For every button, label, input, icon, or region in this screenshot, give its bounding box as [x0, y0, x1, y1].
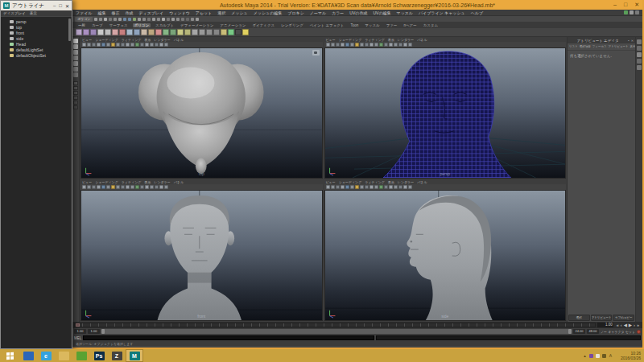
viewport-tool-icon[interactable]: [121, 43, 125, 47]
range-start-field[interactable]: 1.00: [74, 329, 86, 334]
sidebar-toggle-icon[interactable]: [637, 46, 642, 51]
workspace-icon[interactable]: [635, 10, 639, 14]
panel-pin-icon[interactable]: ▪: [628, 39, 629, 43]
menu-item[interactable]: UVの編集: [373, 10, 390, 15]
character-set-selector[interactable]: ノー キャラクタ セット: [601, 330, 635, 334]
shelf-tab[interactable]: ポリゴン: [133, 23, 151, 27]
viewport-tool-icon[interactable]: [164, 185, 168, 189]
viewport-tool-icon[interactable]: [135, 185, 139, 189]
viewport-tool-icon[interactable]: [92, 185, 96, 189]
status-tool-icon[interactable]: [109, 18, 112, 21]
window-control-button[interactable]: □: [59, 3, 62, 8]
layout-button[interactable]: [73, 86, 78, 90]
status-tool-icon[interactable]: [138, 18, 141, 21]
viewport-tool-icon[interactable]: [360, 43, 364, 47]
attribute-editor-menu-item[interactable]: アトリビュート: [609, 45, 629, 48]
viewport-tool-icon[interactable]: [164, 43, 168, 47]
shelf-tool-icon[interactable]: [155, 29, 162, 35]
layout-button[interactable]: [73, 81, 78, 85]
viewport-tool-icon[interactable]: [150, 43, 154, 47]
shelf-tool-icon[interactable]: [206, 29, 213, 35]
status-tool-icon[interactable]: [114, 18, 117, 21]
shelf-tool-icon[interactable]: [163, 29, 169, 35]
viewport-tool-icon[interactable]: [350, 43, 354, 47]
menu-item[interactable]: UVの作成: [349, 10, 367, 15]
outliner-item[interactable]: persp: [1, 19, 72, 24]
playback-button[interactable]: ▶: [629, 323, 632, 328]
menu-item[interactable]: 修正: [111, 10, 119, 15]
viewport-tool-icon[interactable]: [116, 43, 120, 47]
status-tool-icon[interactable]: [186, 18, 189, 21]
range-end-field[interactable]: 48.00: [587, 329, 599, 334]
workspace-icon[interactable]: [624, 10, 628, 14]
status-tool-icon[interactable]: [118, 18, 122, 21]
layout-button[interactable]: [73, 101, 78, 105]
shelf-tool-icon[interactable]: [228, 29, 234, 35]
tool-icon[interactable]: [73, 44, 78, 49]
viewport-tool-icon[interactable]: [341, 185, 345, 189]
menu-item[interactable]: プロキシ: [287, 10, 303, 15]
taskbar-app-maya[interactable]: M: [126, 349, 143, 362]
taskbar-app-desktop[interactable]: [19, 349, 37, 362]
time-slider-track[interactable]: [74, 323, 596, 327]
status-tool-icon[interactable]: [142, 18, 146, 21]
viewport-tool-icon[interactable]: [369, 43, 374, 47]
shelf-tool-icon[interactable]: [221, 29, 227, 35]
viewport-tool-icon[interactable]: [87, 43, 91, 47]
shelf-tab[interactable]: ファー: [385, 23, 399, 27]
menu-item[interactable]: 選択: [217, 10, 225, 15]
viewport-tool-icon[interactable]: [355, 185, 359, 189]
viewport-tool-icon[interactable]: [336, 185, 340, 189]
taskbar-app-zbrush[interactable]: Z: [108, 349, 126, 362]
window-control-button[interactable]: □: [624, 1, 627, 9]
viewport-tool-icon[interactable]: [403, 185, 407, 189]
status-tool-icon[interactable]: [167, 18, 170, 21]
viewport-tool-icon[interactable]: [365, 43, 369, 47]
sidebar-toggle-icon[interactable]: [637, 65, 642, 70]
shelf-tab[interactable]: サーフェス: [108, 23, 130, 27]
taskbar-clock[interactable]: 10:26 2016/03/26: [618, 351, 641, 361]
viewport-tool-icon[interactable]: [350, 185, 354, 189]
command-line-input[interactable]: [83, 335, 374, 340]
status-tool-icon[interactable]: [157, 18, 160, 21]
viewport-persp-canvas[interactable]: persp: [324, 47, 567, 179]
viewport-tool-icon[interactable]: [111, 185, 115, 189]
tool-icon[interactable]: [73, 67, 78, 72]
taskbar-app-file-explorer[interactable]: [55, 349, 72, 362]
shelf-tool-icon[interactable]: [199, 29, 205, 35]
viewport-tool-icon[interactable]: [97, 185, 101, 189]
viewport-tool-icon[interactable]: [365, 185, 369, 189]
shelf-tool-icon[interactable]: [170, 29, 176, 35]
shelf-tool-icon[interactable]: [213, 29, 220, 35]
attribute-editor-button[interactable]: タブのコピー: [613, 315, 634, 321]
viewport-tool-icon[interactable]: [155, 43, 159, 47]
viewport-top-canvas[interactable]: top: [80, 47, 323, 179]
viewport-side-canvas[interactable]: side: [324, 190, 567, 321]
shelf-tool-icon[interactable]: [119, 29, 126, 35]
viewport-tool-icon[interactable]: [155, 185, 159, 189]
shelf-tab[interactable]: マッスル: [363, 23, 381, 27]
shelf-tab[interactable]: ペイント エフェクト: [308, 23, 346, 27]
status-tool-icon[interactable]: [128, 18, 131, 21]
shelf-tool-icon[interactable]: [235, 29, 242, 35]
viewport-tool-icon[interactable]: [389, 185, 393, 189]
outliner-titlebar[interactable]: M アウトライナ –□✕: [1, 1, 72, 10]
viewport-tool-icon[interactable]: [331, 43, 335, 47]
viewport-tool-icon[interactable]: [345, 43, 349, 47]
tool-icon[interactable]: [73, 39, 78, 43]
playback-button[interactable]: «: [617, 323, 619, 328]
playback-button[interactable]: ‹: [621, 323, 622, 328]
outliner-item[interactable]: Head: [1, 41, 72, 47]
taskbar-app-windows-store[interactable]: [72, 349, 90, 362]
shelf-tool-icon[interactable]: [105, 29, 111, 35]
attribute-editor-button[interactable]: 選択: [568, 315, 590, 321]
start-button[interactable]: [0, 349, 19, 362]
workspace-icon[interactable]: [630, 10, 634, 14]
shelf-tool-icon[interactable]: [192, 29, 198, 35]
sidebar-toggle-icon[interactable]: [637, 59, 642, 64]
shelf-tool-icon[interactable]: [141, 29, 147, 35]
viewport-tool-icon[interactable]: [145, 43, 149, 47]
outliner-menu-item[interactable]: ディスプレイ: [3, 11, 26, 15]
viewport-tool-icon[interactable]: [403, 43, 407, 47]
viewport-tool-icon[interactable]: [398, 43, 402, 47]
